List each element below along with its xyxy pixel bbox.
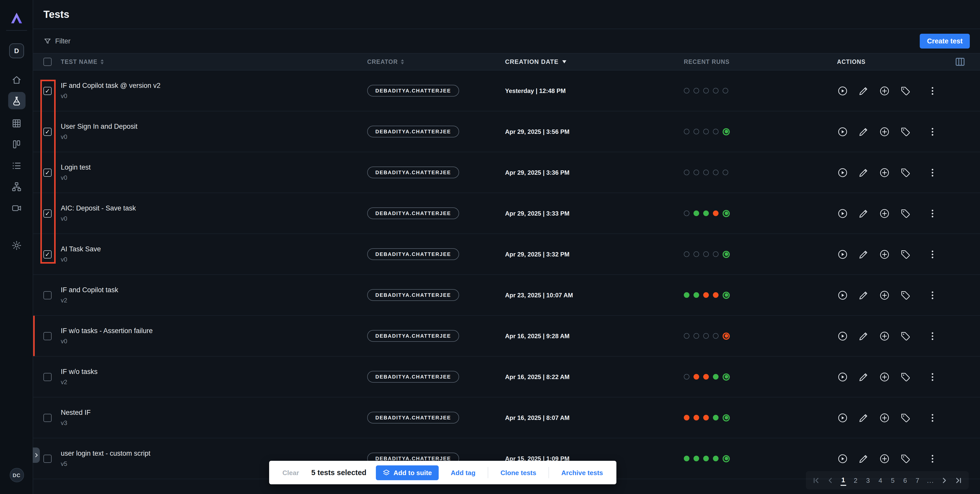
select-all-checkbox[interactable]	[43, 58, 52, 66]
test-row[interactable]: User Sign In and Deposit v0 DEBADITYA.CH…	[33, 112, 980, 152]
add-to-suite-row-button[interactable]	[879, 371, 890, 382]
run-test-button[interactable]	[837, 371, 848, 382]
test-row[interactable]: AI Task Save v0 DEBADITYA.CHATTERJEE Apr…	[33, 234, 980, 275]
add-to-suite-row-button[interactable]	[879, 249, 890, 260]
sidebar-expand-handle[interactable]	[33, 448, 40, 463]
test-row[interactable]: IF and Copilot task v2 DEBADITYA.CHATTER…	[33, 275, 980, 316]
edit-test-button[interactable]	[858, 126, 869, 137]
edit-test-button[interactable]	[858, 330, 869, 341]
add-to-suite-row-button[interactable]	[879, 208, 890, 219]
sidebar-item-home[interactable]	[0, 73, 33, 86]
clear-selection-button[interactable]: Clear	[279, 468, 302, 477]
run-test-button[interactable]	[837, 85, 848, 96]
user-avatar[interactable]: DC	[0, 468, 33, 482]
test-row[interactable]: IF and Copilot task @ version v2 v0 DEBA…	[33, 70, 980, 112]
more-actions-button[interactable]	[927, 208, 938, 219]
page-button-6[interactable]: 6	[902, 475, 908, 485]
page-button-4[interactable]: 4	[877, 475, 883, 485]
sort-by-test-name[interactable]: TEST NAME	[61, 59, 104, 65]
add-to-suite-row-button[interactable]	[879, 85, 890, 96]
app-logo-icon[interactable]	[0, 10, 33, 25]
clone-tests-button[interactable]: Clone tests	[497, 468, 539, 477]
tag-row-button[interactable]	[900, 289, 911, 301]
row-checkbox[interactable]	[43, 250, 52, 258]
tag-row-button[interactable]	[900, 249, 911, 260]
more-actions-button[interactable]	[927, 289, 938, 301]
edit-test-button[interactable]	[858, 453, 869, 464]
add-to-suite-row-button[interactable]	[879, 330, 890, 341]
sidebar-item-recordings[interactable]	[0, 202, 33, 214]
edit-test-button[interactable]	[858, 208, 869, 219]
tag-row-button[interactable]	[900, 453, 911, 464]
edit-test-button[interactable]	[858, 167, 869, 178]
more-actions-button[interactable]	[927, 330, 938, 341]
page-button-5[interactable]: 5	[890, 475, 896, 485]
sidebar-item-tests[interactable]	[0, 92, 33, 109]
tag-row-button[interactable]	[900, 126, 911, 137]
first-page-button[interactable]	[812, 476, 819, 484]
archive-tests-button[interactable]: Archive tests	[558, 468, 606, 477]
page-button-7[interactable]: 7	[915, 475, 920, 485]
sort-by-creation-date[interactable]: CREATION DATE	[505, 58, 566, 65]
row-checkbox[interactable]	[43, 87, 52, 95]
edit-test-button[interactable]	[858, 85, 869, 96]
edit-test-button[interactable]	[858, 412, 869, 423]
tag-row-button[interactable]	[900, 371, 911, 382]
sidebar-item-test-list[interactable]	[0, 159, 33, 172]
add-to-suite-row-button[interactable]	[879, 126, 890, 137]
row-checkbox[interactable]	[43, 414, 52, 422]
row-checkbox[interactable]	[43, 168, 52, 177]
workspace-avatar[interactable]: D	[0, 43, 33, 58]
test-row[interactable]: IF w/o tasks - Assertion failure v0 DEBA…	[33, 316, 980, 357]
run-test-button[interactable]	[837, 330, 848, 341]
run-test-button[interactable]	[837, 167, 848, 178]
run-test-button[interactable]	[837, 126, 848, 137]
run-test-button[interactable]	[837, 412, 848, 423]
edit-test-button[interactable]	[858, 289, 869, 301]
more-actions-button[interactable]	[927, 453, 938, 464]
run-test-button[interactable]	[837, 208, 848, 219]
row-checkbox[interactable]	[43, 127, 52, 135]
run-test-button[interactable]	[837, 453, 848, 464]
prev-page-button[interactable]	[826, 476, 834, 484]
tag-row-button[interactable]	[900, 85, 911, 96]
row-checkbox[interactable]	[43, 373, 52, 381]
page-button-2[interactable]: 2	[853, 475, 859, 485]
add-tag-button[interactable]: Add tag	[448, 468, 479, 477]
tag-row-button[interactable]	[900, 167, 911, 178]
more-actions-button[interactable]	[927, 371, 938, 382]
add-to-suite-row-button[interactable]	[879, 412, 890, 423]
more-actions-button[interactable]	[927, 85, 938, 96]
edit-test-button[interactable]	[858, 249, 869, 260]
next-page-button[interactable]	[941, 476, 948, 484]
more-actions-button[interactable]	[927, 249, 938, 260]
sidebar-item-settings[interactable]	[0, 239, 33, 251]
more-actions-button[interactable]	[927, 167, 938, 178]
row-checkbox[interactable]	[43, 209, 52, 217]
add-to-suite-row-button[interactable]	[879, 167, 890, 178]
page-button-3[interactable]: 3	[865, 475, 871, 485]
create-test-button[interactable]: Create test	[920, 34, 970, 49]
run-test-button[interactable]	[837, 249, 848, 260]
sidebar-item-flows[interactable]	[0, 180, 33, 193]
page-button-1[interactable]: 1	[840, 475, 846, 486]
tag-row-button[interactable]	[900, 412, 911, 423]
row-checkbox[interactable]	[43, 454, 52, 462]
test-row[interactable]: IF w/o tasks v2 DEBADITYA.CHATTERJEE Apr…	[33, 357, 980, 397]
last-page-button[interactable]	[955, 476, 963, 484]
test-row[interactable]: Nested IF v3 DEBADITYA.CHATTERJEE Apr 16…	[33, 397, 980, 438]
edit-test-button[interactable]	[858, 371, 869, 382]
sidebar-item-kanban[interactable]	[0, 138, 33, 150]
sort-by-creator[interactable]: CREATOR	[367, 59, 404, 65]
add-to-suite-row-button[interactable]	[879, 453, 890, 464]
row-checkbox[interactable]	[43, 332, 52, 340]
sidebar-item-table[interactable]	[0, 117, 33, 129]
run-test-button[interactable]	[837, 289, 848, 301]
tag-row-button[interactable]	[900, 330, 911, 341]
test-row[interactable]: Login test v0 DEBADITYA.CHATTERJEE Apr 2…	[33, 152, 980, 193]
more-actions-button[interactable]	[927, 126, 938, 137]
column-settings-button[interactable]	[955, 56, 966, 67]
add-to-suite-bulk-button[interactable]: Add to suite	[375, 465, 438, 480]
filter-button[interactable]: Filter	[43, 37, 70, 45]
add-to-suite-row-button[interactable]	[879, 289, 890, 301]
